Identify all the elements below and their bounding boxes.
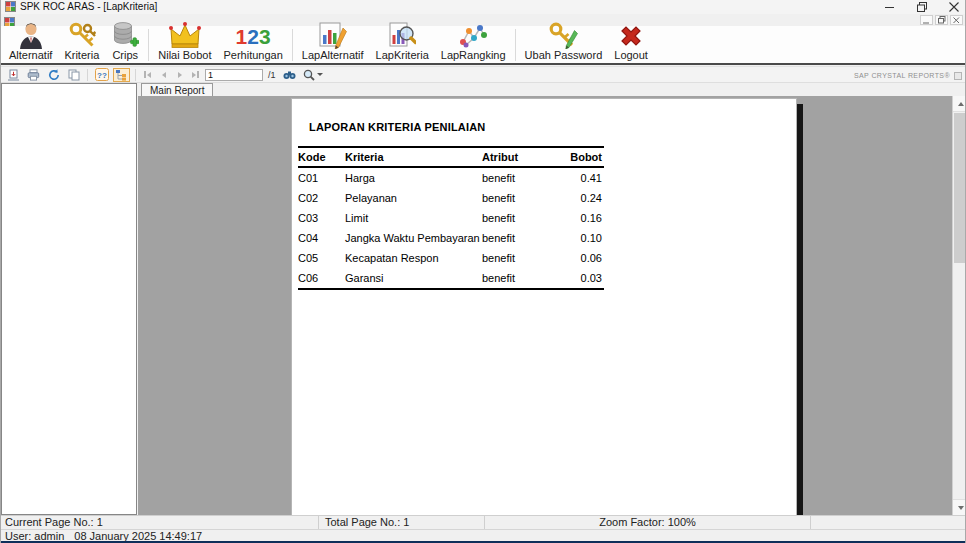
toolbar-label: Alternatif bbox=[9, 50, 52, 61]
next-page-button[interactable] bbox=[173, 68, 186, 81]
find-text-icon[interactable] bbox=[281, 68, 298, 82]
app-status-bar: User: admin 08 January 2025 14:49:17 bbox=[1, 529, 966, 541]
zoom-dropdown-button[interactable] bbox=[301, 68, 325, 82]
close-button[interactable] bbox=[947, 1, 961, 13]
current-page-status: Current Page No.: 1 bbox=[1, 516, 319, 530]
total-page-status: Total Page No.: 1 bbox=[319, 516, 485, 530]
zoom-factor-status: Zoom Factor: 100% bbox=[485, 516, 811, 530]
mdi-minimize-button[interactable] bbox=[920, 15, 933, 25]
refresh-icon[interactable] bbox=[45, 68, 62, 82]
toolbar-separator bbox=[292, 29, 293, 61]
scrollbar-thumb[interactable] bbox=[954, 113, 966, 263]
toolbar-label: LapRangking bbox=[441, 50, 506, 61]
print-report-button[interactable] bbox=[25, 68, 42, 82]
arrow-up-icon bbox=[958, 102, 964, 106]
mdi-restore-button[interactable] bbox=[935, 15, 948, 25]
cell-kriteria: Harga bbox=[345, 172, 482, 184]
svg-text:??: ?? bbox=[97, 71, 107, 80]
table-row: C05 Kecapatan Respon benefit 0.06 bbox=[298, 248, 604, 268]
arrow-down-icon bbox=[958, 506, 964, 510]
cell-bobot: 0.24 bbox=[567, 192, 604, 204]
header-kode: Kode bbox=[298, 151, 345, 163]
cell-kode: C03 bbox=[298, 212, 345, 224]
toolbar-label: LapAlternatif bbox=[302, 50, 364, 61]
table-body: C01 Harga benefit 0.41 C02 Pelayanan ben… bbox=[298, 168, 604, 290]
scroll-up-button[interactable] bbox=[953, 96, 966, 112]
viewer-status-bar: Current Page No.: 1 Total Page No.: 1 Zo… bbox=[1, 515, 966, 529]
last-page-button[interactable] bbox=[189, 68, 202, 81]
tab-main-report[interactable]: Main Report bbox=[141, 83, 213, 96]
page-number-input[interactable] bbox=[205, 69, 263, 81]
lap-kriteria-button[interactable]: LapKriteria bbox=[370, 27, 435, 63]
key-pencil-icon bbox=[548, 21, 578, 49]
table-row: C02 Pelayanan benefit 0.24 bbox=[298, 188, 604, 208]
scroll-down-button[interactable] bbox=[953, 499, 966, 515]
ubah-password-button[interactable]: Ubah Password bbox=[519, 27, 609, 63]
cell-kode: C05 bbox=[298, 252, 345, 264]
report-chart-pencil-icon bbox=[318, 21, 348, 49]
report-tab-strip: Main Report bbox=[138, 83, 965, 96]
first-page-button[interactable] bbox=[141, 68, 154, 81]
toolbar-separator bbox=[515, 29, 516, 61]
toggle-group-tree-button[interactable] bbox=[113, 68, 130, 82]
user-status: User: admin bbox=[5, 530, 64, 542]
toolbar-label: Kriteria bbox=[64, 50, 99, 61]
table-row: C06 Garansi benefit 0.03 bbox=[298, 268, 604, 288]
toolbar-label: Nilai Bobot bbox=[158, 50, 211, 61]
table-header-row: Kode Kriteria Atribut Bobot bbox=[298, 146, 604, 168]
cell-kriteria: Garansi bbox=[345, 272, 482, 284]
report-title: LAPORAN KRITERIA PENILAIAN bbox=[309, 121, 796, 133]
gold-keys-icon bbox=[68, 21, 96, 49]
cell-kriteria: Jangka Waktu Pembayaran bbox=[345, 232, 482, 244]
report-viewport: LAPORAN KRITERIA PENILAIAN Kode Kriteria… bbox=[138, 96, 966, 515]
app-icon bbox=[5, 1, 16, 14]
cell-atribut: benefit bbox=[482, 252, 567, 264]
cell-kode: C04 bbox=[298, 232, 345, 244]
cell-atribut: benefit bbox=[482, 232, 567, 244]
cell-bobot: 0.10 bbox=[567, 232, 604, 244]
cell-kode: C01 bbox=[298, 172, 345, 184]
cell-bobot: 0.41 bbox=[567, 172, 604, 184]
report-table: Kode Kriteria Atribut Bobot C01 Harga be… bbox=[298, 146, 604, 290]
main-toolbar: Alternatif Kriteria Crips bbox=[1, 26, 966, 65]
cell-kode: C06 bbox=[298, 272, 345, 284]
digit-2: 2 bbox=[247, 25, 259, 49]
lap-alternatif-button[interactable]: LapAlternatif bbox=[296, 27, 370, 63]
restore-button[interactable] bbox=[915, 1, 929, 13]
database-add-icon bbox=[111, 21, 139, 49]
toolbar-separator bbox=[148, 29, 149, 61]
window-title: SPK ROC ARAS - [LapKriteria] bbox=[20, 0, 157, 14]
nilai-bobot-button[interactable]: Nilai Bobot bbox=[152, 27, 217, 63]
scatter-chart-icon bbox=[458, 23, 488, 49]
mdi-close-button[interactable] bbox=[950, 15, 963, 25]
report-chart-magnifier-icon bbox=[388, 21, 416, 49]
copy-icon[interactable] bbox=[65, 68, 82, 82]
export-report-button[interactable] bbox=[5, 68, 22, 82]
vertical-scrollbar[interactable] bbox=[952, 96, 966, 515]
cell-atribut: benefit bbox=[482, 272, 567, 284]
header-atribut: Atribut bbox=[482, 151, 567, 163]
red-x-icon bbox=[618, 23, 644, 49]
cell-atribut: benefit bbox=[482, 172, 567, 184]
logout-button[interactable]: Logout bbox=[608, 27, 654, 63]
toolbar-label: Perhitungan bbox=[223, 50, 282, 61]
group-tree-panel bbox=[1, 83, 137, 515]
person-icon bbox=[18, 21, 44, 49]
toolbar-label: LapKriteria bbox=[376, 50, 429, 61]
lap-rangking-button[interactable]: LapRangking bbox=[435, 27, 512, 63]
numbers-123-icon: 123 bbox=[236, 25, 271, 49]
viewer-toolbar-separator bbox=[87, 69, 88, 81]
cell-bobot: 0.06 bbox=[567, 252, 604, 264]
previous-page-button[interactable] bbox=[157, 68, 170, 81]
alternatif-button[interactable]: Alternatif bbox=[3, 27, 58, 63]
crips-button[interactable]: Crips bbox=[105, 27, 145, 63]
toggle-parameter-panel-button[interactable]: ?? bbox=[93, 68, 110, 82]
minimize-button[interactable] bbox=[883, 1, 897, 13]
title-bar: SPK ROC ARAS - [LapKriteria] bbox=[1, 0, 966, 14]
cell-atribut: benefit bbox=[482, 212, 567, 224]
table-row: C01 Harga benefit 0.41 bbox=[298, 168, 604, 188]
sap-crystal-reports-branding: SAP CRYSTAL REPORTS® bbox=[854, 72, 950, 79]
kriteria-button[interactable]: Kriteria bbox=[58, 27, 105, 63]
cell-kriteria: Pelayanan bbox=[345, 192, 482, 204]
perhitungan-button[interactable]: 123 Perhitungan bbox=[217, 27, 288, 63]
